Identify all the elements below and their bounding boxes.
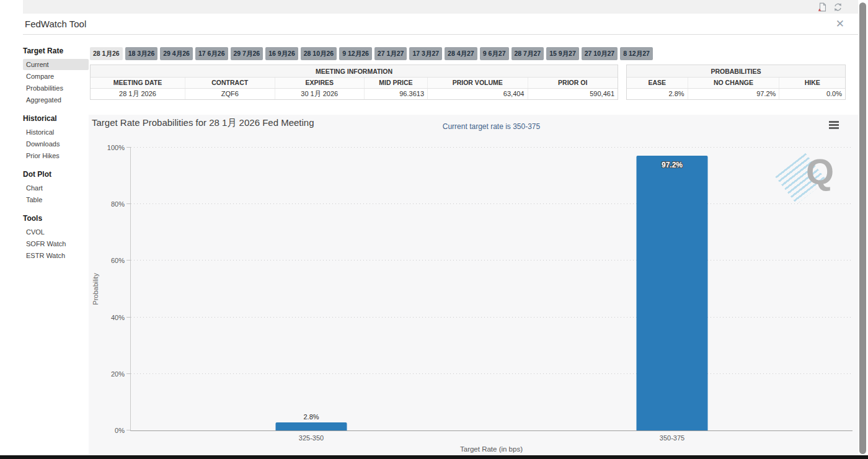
table-header-row: MEETING DATECONTRACTEXPIRESMID PRICEPRIO… bbox=[91, 78, 618, 89]
x-axis-title: Target Rate (in bps) bbox=[130, 445, 852, 453]
y-axis-tick bbox=[126, 373, 131, 374]
table-cell: ZQF6 bbox=[185, 89, 275, 99]
plot-area: Probability Q 0%20%40%60%80%100%2.8%325-… bbox=[130, 148, 852, 431]
y-tick-label: 100% bbox=[107, 144, 125, 151]
meeting-tab-28-1-26[interactable]: 28 1月26 bbox=[90, 47, 123, 60]
column-header-prior-volume: PRIOR VOLUME bbox=[428, 78, 528, 88]
fedwatch-page: FedWatch Tool ✕ Target RateCurrentCompar… bbox=[0, 0, 868, 459]
sidebar-item-current[interactable]: Current bbox=[23, 59, 89, 70]
x-tick-label: 325-350 bbox=[131, 434, 492, 442]
sidebar-item-sofr-watch[interactable]: SOFR Watch bbox=[23, 238, 89, 249]
column-header-mid-price: MID PRICE bbox=[365, 78, 428, 88]
probabilities-table: PROBABILITIESEASENO CHANGEHIKE2.8%97.2%0… bbox=[626, 65, 846, 100]
table-title: MEETING INFORMATION bbox=[91, 65, 618, 78]
meeting-tab-27-10-27[interactable]: 27 10月27 bbox=[582, 47, 618, 60]
meeting-tab-28-10-26[interactable]: 28 10月26 bbox=[301, 47, 337, 60]
y-axis-tick bbox=[126, 203, 131, 204]
column-header-no-change: NO CHANGE bbox=[688, 78, 780, 88]
table-value-row: 28 1月 2026ZQF630 1月 202696.361363,404590… bbox=[91, 89, 618, 99]
meeting-tab-29-4-26[interactable]: 29 4月26 bbox=[160, 47, 193, 60]
chart-panel: Target Rate Probabilities for 28 1月 2026… bbox=[89, 115, 858, 455]
refresh-icon[interactable] bbox=[833, 2, 843, 12]
y-axis-tick bbox=[126, 260, 131, 261]
category-band: 2.8%325-350 bbox=[131, 148, 492, 430]
close-icon[interactable]: ✕ bbox=[836, 17, 844, 31]
sidebar-item-compare[interactable]: Compare bbox=[23, 71, 89, 82]
sidebar-item-prior-hikes[interactable]: Prior Hikes bbox=[23, 150, 89, 161]
sidebar-section-historical: Historical bbox=[23, 114, 89, 123]
meeting-tab-9-12-26[interactable]: 9 12月26 bbox=[339, 47, 372, 60]
table-cell: 30 1月 2026 bbox=[275, 89, 365, 99]
y-tick-label: 20% bbox=[111, 370, 125, 378]
meeting-tab-28-7-27[interactable]: 28 7月27 bbox=[512, 47, 544, 60]
sidebar-item-aggregated[interactable]: Aggregated bbox=[23, 94, 89, 105]
table-header-row: EASENO CHANGEHIKE bbox=[627, 78, 845, 89]
column-header-prior-oi: PRIOR OI bbox=[528, 78, 618, 88]
vertical-scrollbar bbox=[858, 0, 868, 459]
y-axis-tick bbox=[126, 317, 131, 318]
main-content: 28 1月2618 3月2629 4月2617 6月2629 7月2616 9月… bbox=[89, 35, 858, 455]
table-cell: 590,461 bbox=[528, 89, 618, 99]
y-axis-tick bbox=[126, 147, 131, 148]
sidebar-item-estr-watch[interactable]: ESTR Watch bbox=[23, 250, 89, 261]
sidebar-section-tools: Tools bbox=[23, 214, 89, 223]
top-toolbar bbox=[23, 0, 858, 14]
table-cell: 63,404 bbox=[428, 89, 528, 99]
meeting-info-table: MEETING INFORMATIONMEETING DATECONTRACTE… bbox=[90, 65, 618, 100]
meeting-tab-17-3-27[interactable]: 17 3月27 bbox=[409, 47, 442, 60]
sidebar-item-table[interactable]: Table bbox=[23, 194, 89, 205]
table-title: PROBABILITIES bbox=[627, 65, 845, 78]
bottom-border-bar bbox=[0, 455, 868, 459]
column-header-hike: HIKE bbox=[779, 78, 845, 88]
probability-bar bbox=[276, 422, 347, 430]
column-header-ease: EASE bbox=[627, 78, 688, 88]
y-tick-label: 80% bbox=[111, 200, 125, 208]
table-cell: 97.2% bbox=[688, 89, 780, 99]
sidebar-item-chart[interactable]: Chart bbox=[23, 182, 89, 194]
meeting-tab-16-9-26[interactable]: 16 9月26 bbox=[265, 47, 298, 60]
probability-bar bbox=[637, 156, 708, 430]
meeting-tab-28-4-27[interactable]: 28 4月27 bbox=[445, 47, 477, 60]
column-header-meeting-date: MEETING DATE bbox=[91, 78, 185, 88]
column-header-contract: CONTRACT bbox=[185, 78, 275, 88]
y-tick-label: 0% bbox=[115, 427, 125, 434]
page-title: FedWatch Tool bbox=[23, 19, 86, 29]
meeting-tab-9-6-27[interactable]: 9 6月27 bbox=[480, 47, 509, 60]
meeting-tab-18-3-26[interactable]: 18 3月26 bbox=[125, 47, 158, 60]
meeting-tab-17-6-26[interactable]: 17 6月26 bbox=[195, 47, 228, 60]
table-cell: 2.8% bbox=[627, 89, 688, 99]
category-band: 97.2%350-375 bbox=[492, 148, 852, 430]
sidebar-item-historical[interactable]: Historical bbox=[23, 127, 89, 138]
sidebar-item-cvol[interactable]: CVOL bbox=[23, 226, 89, 238]
table-value-row: 2.8%97.2%0.0% bbox=[627, 89, 845, 99]
bar-value-label: 2.8% bbox=[131, 413, 492, 421]
meeting-tab-15-9-27[interactable]: 15 9月27 bbox=[546, 47, 579, 60]
x-tick-label: 350-375 bbox=[492, 434, 852, 442]
app-title-bar: FedWatch Tool ✕ bbox=[23, 14, 858, 35]
sidebar-section-target-rate: Target Rate bbox=[23, 47, 89, 55]
table-cell: 96.3613 bbox=[365, 89, 428, 99]
sidebar: Target RateCurrentCompareProbabilitiesAg… bbox=[23, 47, 89, 262]
meeting-tab-8-12-27[interactable]: 8 12月27 bbox=[620, 47, 653, 60]
meeting-tab-27-1-27[interactable]: 27 1月27 bbox=[374, 47, 407, 60]
sidebar-section-dot-plot: Dot Plot bbox=[23, 170, 89, 179]
table-cell: 0.0% bbox=[779, 89, 845, 99]
sidebar-item-downloads[interactable]: Downloads bbox=[23, 138, 89, 149]
y-axis-title: Probability bbox=[92, 270, 99, 308]
y-tick-label: 40% bbox=[111, 314, 125, 321]
bar-value-label: 97.2% bbox=[492, 161, 852, 169]
y-axis-tick bbox=[126, 430, 131, 430]
chart-subtitle: Current target rate is 350-375 bbox=[130, 122, 852, 131]
scrollbar-thumb[interactable] bbox=[859, 2, 866, 454]
table-cell: 28 1月 2026 bbox=[91, 89, 185, 99]
meeting-tab-29-7-26[interactable]: 29 7月26 bbox=[231, 47, 264, 60]
y-tick-label: 60% bbox=[111, 257, 125, 264]
sidebar-item-probabilities[interactable]: Probabilities bbox=[23, 82, 89, 94]
meeting-tabs: 28 1月2618 3月2629 4月2617 6月2629 7月2616 9月… bbox=[90, 47, 653, 60]
export-report-icon[interactable] bbox=[817, 2, 827, 12]
column-header-expires: EXPIRES bbox=[275, 78, 365, 88]
